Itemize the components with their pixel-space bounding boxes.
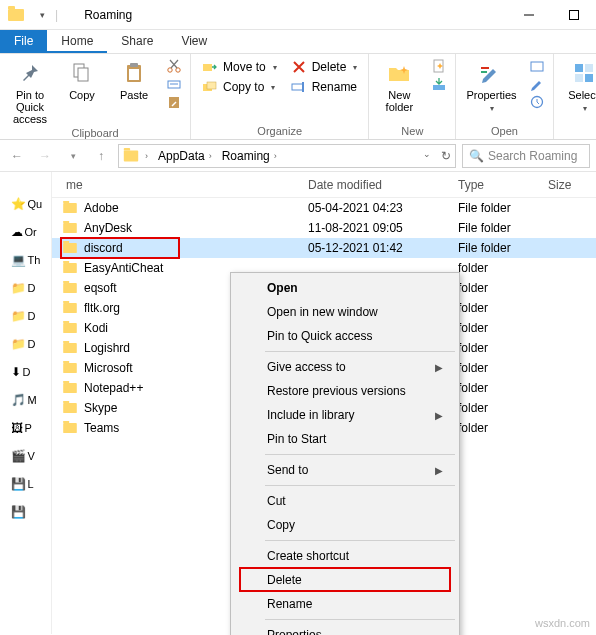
svg-rect-26 (585, 64, 593, 72)
file-type: folder (452, 421, 542, 435)
file-name: EasyAntiCheat (84, 261, 163, 275)
address-box[interactable]: › AppData› Roaming› ⌄ ↻ (118, 144, 456, 168)
file-name: fltk.org (84, 301, 120, 315)
copy-to-button[interactable]: Copy to▾ (199, 78, 280, 96)
tab-home[interactable]: Home (47, 30, 107, 53)
history-icon[interactable] (529, 94, 545, 110)
ctx-properties[interactable]: Properties (233, 623, 457, 635)
folder-icon (63, 223, 77, 233)
cut-icon[interactable] (166, 58, 182, 74)
folder-icon (63, 383, 77, 393)
folder-icon (124, 150, 138, 161)
back-button[interactable]: ← (6, 145, 28, 167)
easy-access-icon[interactable] (431, 76, 447, 92)
minimize-button[interactable] (506, 0, 551, 30)
crumb-appdata[interactable]: AppData› (154, 149, 216, 163)
new-folder-button[interactable]: New folder (377, 58, 421, 115)
svg-rect-20 (433, 85, 445, 90)
address-bar: ← → ▾ ↑ › AppData› Roaming› ⌄ ↻ 🔍 Search… (0, 140, 596, 172)
chevron-right-icon: ▶ (435, 362, 443, 373)
copy-path-icon[interactable] (166, 76, 182, 92)
table-row[interactable]: Adobe05-04-2021 04:23File folder (52, 198, 596, 218)
forward-button[interactable]: → (34, 145, 56, 167)
file-type: folder (452, 301, 542, 315)
file-name: discord (84, 241, 123, 255)
folder-icon (63, 243, 77, 253)
nav-item[interactable]: ⭐Qu (11, 194, 41, 214)
edit-icon[interactable] (529, 76, 545, 92)
nav-item[interactable]: 🎬V (11, 446, 41, 466)
addr-dropdown-icon[interactable]: ⌄ (423, 149, 431, 163)
ctx-cut[interactable]: Cut (233, 489, 457, 513)
nav-item[interactable]: 📁D (11, 278, 41, 298)
ctx-copy[interactable]: Copy (233, 513, 457, 537)
copy-button[interactable]: Copy (60, 58, 104, 103)
recent-button[interactable]: ▾ (62, 145, 84, 167)
ctx-create-shortcut[interactable]: Create shortcut (233, 544, 457, 568)
qat-dropdown-icon[interactable]: ▾ (40, 10, 45, 20)
search-input[interactable]: 🔍 Search Roaming (462, 144, 590, 168)
file-name: Logishrd (84, 341, 130, 355)
tab-share[interactable]: Share (107, 30, 167, 53)
new-item-icon[interactable] (431, 58, 447, 74)
properties-button[interactable]: Properties ▾ (464, 58, 518, 115)
refresh-icon[interactable]: ↻ (441, 149, 451, 163)
column-date-modified[interactable]: Date modified (302, 178, 452, 192)
file-type: File folder (452, 201, 542, 215)
open-icon[interactable] (529, 58, 545, 74)
delete-button[interactable]: Delete▾ (288, 58, 361, 76)
rename-button[interactable]: Rename (288, 78, 361, 96)
nav-item[interactable]: 📁D (11, 306, 41, 326)
pin-to-quick-access-button[interactable]: Pin to Quick access (8, 58, 52, 127)
navigation-pane: ⭐Qu☁Or💻Th📁D📁D📁D⬇D🎵M🖼P🎬V💾L💾 (0, 172, 52, 634)
ctx-open-new-window[interactable]: Open in new window (233, 300, 457, 324)
nav-item[interactable]: 💾L (11, 474, 41, 494)
group-open-label: Open (491, 125, 518, 139)
paste-button[interactable]: Paste (112, 58, 156, 103)
folder-icon (63, 203, 77, 213)
file-name: eqsoft (84, 281, 117, 295)
nav-item[interactable]: ⬇D (11, 362, 41, 382)
maximize-button[interactable] (551, 0, 596, 30)
ctx-include-in-library[interactable]: Include in library▶ (233, 403, 457, 427)
file-date: 05-04-2021 04:23 (302, 201, 452, 215)
svg-rect-25 (575, 64, 583, 72)
nav-item[interactable]: 🖼P (11, 418, 41, 438)
ctx-delete[interactable]: Delete (233, 568, 457, 592)
column-name[interactable]: me (52, 178, 302, 192)
folder-icon (8, 9, 24, 21)
group-new-label: New (401, 125, 423, 139)
file-type: folder (452, 361, 542, 375)
table-row[interactable]: AnyDesk11-08-2021 09:05File folder (52, 218, 596, 238)
crumb-roaming[interactable]: Roaming› (218, 149, 281, 163)
select-button[interactable]: Select ▾ (562, 58, 596, 115)
ctx-give-access-to[interactable]: Give access to▶ (233, 355, 457, 379)
svg-rect-6 (78, 68, 88, 81)
ctx-pin-to-start[interactable]: Pin to Start (233, 427, 457, 451)
ctx-restore-previous[interactable]: Restore previous versions (233, 379, 457, 403)
ctx-rename[interactable]: Rename (233, 592, 457, 616)
ctx-pin-quick-access[interactable]: Pin to Quick access (233, 324, 457, 348)
table-row[interactable]: discord05-12-2021 01:42File folder (52, 238, 596, 258)
move-to-button[interactable]: Move to▾ (199, 58, 280, 76)
svg-rect-8 (130, 63, 138, 67)
tab-view[interactable]: View (167, 30, 221, 53)
svg-rect-14 (203, 64, 212, 71)
file-name: Kodi (84, 321, 108, 335)
nav-item[interactable]: 💾 (11, 502, 41, 522)
nav-item[interactable]: 🎵M (11, 390, 41, 410)
column-type[interactable]: Type (452, 178, 542, 192)
ctx-open[interactable]: Open (233, 276, 457, 300)
folder-icon (63, 283, 77, 293)
ctx-send-to[interactable]: Send to▶ (233, 458, 457, 482)
file-type: folder (452, 281, 542, 295)
nav-item[interactable]: 📁D (11, 334, 41, 354)
column-size[interactable]: Size (542, 178, 590, 192)
up-button[interactable]: ↑ (90, 145, 112, 167)
nav-item[interactable]: ☁Or (11, 222, 41, 242)
nav-item[interactable]: 💻Th (11, 250, 41, 270)
folder-icon (63, 303, 77, 313)
paste-shortcut-icon[interactable] (166, 94, 182, 110)
folder-icon (63, 263, 77, 273)
tab-file[interactable]: File (0, 30, 47, 53)
